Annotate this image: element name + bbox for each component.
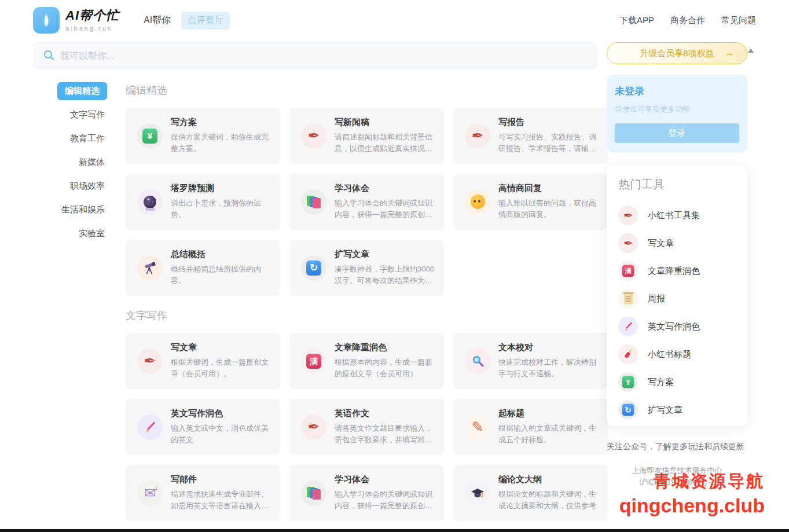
tool-card-desc: 凑字数神器，字数上限约3000汉字。可将每次的结果作为输... — [335, 263, 435, 287]
header: AI帮个忙 aibang.run AI帮你 点评餐厅 下载APP 商务合作 常见… — [0, 0, 789, 35]
books-icon — [301, 189, 326, 215]
header-link[interactable]: 下载APP — [619, 15, 654, 26]
tool-card[interactable]: 满 文章降重润色 根据原本的内容，生成一篇新的原创文章（会员可用） — [289, 333, 444, 389]
tool-card[interactable]: 英文写作润色 输入英文或中文，润色成优美的英文 — [126, 399, 280, 455]
tool-card[interactable]: ✒ 写报告 可写实习报告、实践报告、调研报告、学术报告等，请输入报... — [453, 108, 608, 164]
tool-card[interactable]: ✒ 写文章 根据关键词，生成一篇原创文章（会员可用）。 — [126, 333, 280, 389]
hot-tool-item[interactable]: ↻ 扩写文章 — [618, 396, 742, 424]
sidebar-item[interactable]: 编辑精选 — [57, 82, 107, 100]
tool-card-desc: 输入英文或中文，润色成优美的英文 — [171, 423, 271, 446]
chevron-up-icon[interactable] — [748, 49, 754, 53]
header-tab[interactable]: AI帮你 — [142, 12, 172, 30]
tool-card[interactable]: ✒ 英语作文 请将英文作文题目要求输入，需包含字数要求，并填写对应的... — [289, 399, 444, 455]
tool-card[interactable]: 文本校对 快速完成校对工作，解决错别字与行文不通畅。 — [453, 333, 608, 389]
hot-tool-label: 写方案 — [648, 377, 674, 388]
app-title: AI帮个忙 — [65, 9, 119, 23]
login-button[interactable]: 登录 — [615, 123, 739, 143]
tool-card[interactable]: 编论文大纲 根据论文的标题和关键词，生成论文摘要和大纲，仅供参考 — [453, 465, 608, 521]
tool-card-title: 写报告 — [498, 117, 599, 128]
hot-tool-item[interactable]: 满 文章降重润色 — [618, 257, 742, 285]
hot-tool-label: 文章降重润色 — [648, 266, 700, 277]
books-icon — [301, 480, 326, 506]
tool-card-desc: 输入难以回答的问题，获得高情商版的回复。 — [498, 197, 599, 221]
email-icon: ✉↓ — [137, 480, 163, 506]
search-icon — [43, 49, 54, 63]
man-icon: 满 — [301, 348, 326, 374]
tool-card-title: 高情商回复 — [498, 183, 599, 194]
quill-icon: ✒ — [465, 123, 490, 149]
right-sidebar: 升级会员享8项权益 → 未登录 登录后可享受更多功能 登录 热门工具 ✒ 小红书… — [607, 42, 747, 521]
tool-card-desc: 根据论文的标题和关键词，生成论文摘要和大纲，仅供参考 — [498, 489, 599, 512]
tool-card-title: 编论文大纲 — [498, 474, 599, 485]
tool-card-title: 写新闻稿 — [335, 117, 435, 128]
tool-card[interactable]: ✎ 起标题 根据输入的文章或关键词，生成五个好标题。 — [453, 399, 608, 455]
tool-card-desc: 输入学习体会的关键词或知识内容，获得一篇完整的原创学习... — [335, 489, 435, 512]
quill-icon: ✒ — [301, 414, 326, 440]
tool-card[interactable]: 学习体会 输入学习体会的关键词或知识内容，获得一篇完整的原创学习... — [289, 174, 444, 230]
tool-card-desc: 描述需求快速生成专业邮件。如需用英文等语言请在输入时注... — [171, 489, 271, 512]
app-subtitle: aibang.run — [65, 25, 119, 32]
quill-icon: ✒ — [618, 233, 638, 253]
sidebar-item[interactable]: 新媒体 — [76, 153, 107, 171]
upgrade-member-button[interactable]: 升级会员享8项权益 → — [607, 42, 747, 64]
tool-card-title: 写方案 — [171, 117, 271, 128]
tool-card[interactable]: 高情商回复 输入难以回答的问题，获得高情商版的回复。 — [453, 174, 608, 230]
tool-card[interactable]: 学习体会 输入学习体会的关键词或知识内容，获得一篇完整的原创学习... — [289, 465, 444, 521]
tool-card-title: 写邮件 — [171, 474, 271, 485]
icp-number: 沪ICP备19036898号-2 — [607, 476, 747, 488]
hot-tool-item[interactable]: ✒ 写文章 — [618, 229, 742, 257]
hot-tools-list: ✒ 小红书工具集 ✒ 写文章 满 文章降重润色 — [618, 201, 742, 424]
header-link[interactable]: 商务合作 — [670, 15, 705, 26]
bottom-bar — [0, 529, 789, 532]
gradcap-icon — [465, 480, 490, 506]
hot-tool-item[interactable]: 小红书标题 — [618, 340, 742, 368]
firecracker-icon — [618, 344, 638, 364]
sidebar-item[interactable]: 职场效率 — [68, 177, 107, 195]
hot-tool-item[interactable]: 英文写作润色 — [618, 313, 742, 340]
hot-tool-item[interactable]: 周报 — [618, 285, 742, 313]
section-writing: 文字写作 ✒ 写文章 根据关键词，生成一篇原创文章（会员可用）。 — [126, 309, 608, 521]
company-info: 上海即友信息技术服务中心 沪ICP备19036898号-2 — [607, 465, 747, 487]
tool-card-desc: 可写实习报告、实践报告、调研报告、学术报告等，请输入报... — [498, 131, 599, 155]
smile-icon — [465, 189, 490, 215]
sidebar-item[interactable]: 文字写作 — [68, 106, 107, 124]
tool-card-desc: 请将英文作文题目要求输入，需包含字数要求，并填写对应的... — [335, 423, 435, 446]
plan-icon: ¥ — [137, 123, 163, 149]
header-tab[interactable]: 点评餐厅 — [181, 12, 230, 30]
tool-card-desc: 提供方案关键词，助你生成完整方案。 — [171, 131, 271, 155]
sidebar-item[interactable]: 教育工作 — [68, 130, 107, 148]
app-logo[interactable]: AI帮个忙 aibang.run — [33, 7, 119, 34]
hot-tools-title: 热门工具 — [618, 177, 742, 192]
tool-card-title: 学习体会 — [335, 183, 435, 194]
category-sidebar: 编辑精选 文字写作 教育工作 新媒体 职场效率 生活和娱乐 实验室 — [33, 82, 107, 521]
quill-icon: ✒ — [618, 206, 638, 225]
man-icon: 满 — [618, 261, 638, 281]
tool-card[interactable]: ✒ 写新闻稿 请简述新闻标题和相关背景信息，以便生成贴近真实情况的... — [289, 108, 444, 164]
page: AI帮个忙 aibang.run AI帮你 点评餐厅 下载APP 商务合作 常见… — [0, 0, 789, 532]
sidebar-item[interactable]: 实验室 — [76, 225, 107, 243]
upgrade-member-label: 升级会员享8项权益 — [640, 48, 714, 59]
tool-card-title: 英文写作润色 — [171, 408, 271, 419]
tool-card[interactable]: ✉↓ 写邮件 描述需求快速生成专业邮件。如需用英文等语言请在输入时注... — [126, 465, 280, 521]
tool-card[interactable]: ↻ 扩写文章 凑字数神器，字数上限约3000汉字。可将每次的结果作为输... — [289, 240, 444, 296]
sidebar-item[interactable]: 生活和娱乐 — [59, 201, 107, 219]
tool-card[interactable]: 总结概括 概括并精简总结所提供的内容。 — [126, 240, 280, 296]
tool-card[interactable]: ¥ 写方案 提供方案关键词，助你生成完整方案。 — [126, 108, 280, 164]
tool-card-title: 文章降重润色 — [335, 342, 435, 353]
hot-tool-label: 扩写文章 — [648, 405, 682, 416]
expand-icon: ↻ — [618, 400, 638, 420]
cards-grid: ✒ 写文章 根据关键词，生成一篇原创文章（会员可用）。 满 — [126, 333, 608, 521]
hands-logo-icon — [33, 7, 60, 34]
hot-tool-item[interactable]: ¥ 写方案 — [618, 368, 742, 396]
header-link[interactable]: 常见问题 — [721, 15, 756, 26]
hot-tool-label: 周报 — [648, 293, 665, 304]
tool-card-desc: 根据输入的文章或关键词，生成五个好标题。 — [498, 423, 599, 446]
hot-tool-item[interactable]: ✒ 小红书工具集 — [618, 201, 742, 229]
arrow-right-icon: → — [725, 48, 734, 58]
tool-card[interactable]: 塔罗牌预测 说出占卜需求，预测你的运势。 — [126, 174, 280, 230]
header-links: 下载APP 商务合作 常见问题 — [619, 15, 756, 26]
search-input[interactable] — [60, 51, 588, 61]
expand-icon: ↻ — [301, 255, 326, 281]
tool-card-desc: 根据原本的内容，生成一篇新的原创文章（会员可用） — [335, 357, 435, 380]
tool-card-title: 起标题 — [498, 408, 599, 419]
